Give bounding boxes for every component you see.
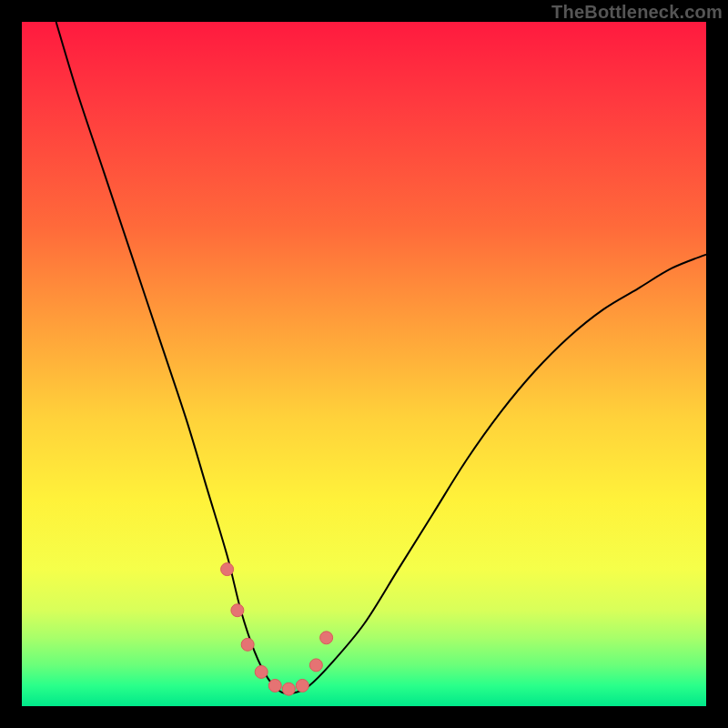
curve-marker <box>221 563 234 576</box>
curve-marker <box>268 679 281 692</box>
curve-marker <box>309 659 322 672</box>
chart-svg <box>22 22 706 706</box>
curve-marker <box>296 679 308 692</box>
bottleneck-curve <box>56 22 706 693</box>
curve-marker <box>231 604 244 617</box>
curve-marker <box>320 632 333 644</box>
curve-marker <box>241 638 254 651</box>
watermark-text: TheBottleneck.com <box>551 2 723 23</box>
chart-frame <box>22 22 706 706</box>
curve-marker <box>255 665 268 678</box>
marker-group <box>221 563 333 696</box>
curve-marker <box>282 682 295 695</box>
